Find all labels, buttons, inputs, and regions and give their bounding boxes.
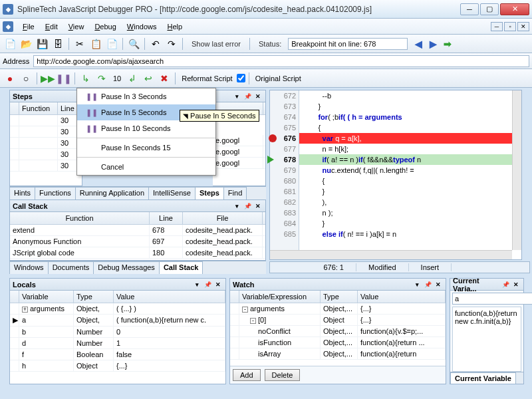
watch-close-icon[interactable]: ✕ bbox=[434, 280, 443, 289]
callstack-col-line[interactable]: Line bbox=[150, 212, 183, 224]
watch-row[interactable]: noConflictObject,...function(a){v.$=p;..… bbox=[230, 326, 446, 337]
step-back-icon[interactable]: ↩ bbox=[141, 71, 156, 86]
watch-row[interactable]: -[0]Object{...} bbox=[230, 315, 446, 326]
pause-icon[interactable]: ❚❚ bbox=[57, 71, 71, 86]
tree-expander-icon[interactable]: - bbox=[250, 318, 256, 324]
tab-windows[interactable]: Windows bbox=[9, 261, 49, 274]
currentvar-name-input[interactable] bbox=[452, 293, 532, 305]
breakpoint-marker[interactable] bbox=[269, 134, 277, 142]
steps-row[interactable]: 30 bbox=[10, 115, 82, 126]
paste-icon[interactable]: 📄 bbox=[104, 37, 119, 51]
steps-dropdown-icon[interactable]: ▾ bbox=[232, 92, 241, 101]
reformat-script-checkbox[interactable] bbox=[237, 74, 245, 82]
steps-pin-icon[interactable]: 📌 bbox=[243, 92, 252, 101]
record-icon[interactable]: ● bbox=[3, 71, 17, 86]
steps-col-line[interactable]: Line bbox=[58, 102, 78, 114]
show-last-error-button[interactable]: Show last error bbox=[186, 40, 246, 48]
menu-file[interactable]: File bbox=[17, 21, 40, 33]
code-line[interactable]: } bbox=[299, 101, 512, 112]
menu-windows[interactable]: Windows bbox=[122, 21, 162, 33]
code-line[interactable]: if( a! == n )if( f&&n&&typeof n bbox=[299, 154, 512, 165]
steps-row[interactable]: 30 bbox=[10, 160, 82, 172]
menu-view[interactable]: View bbox=[63, 21, 90, 33]
line-number-gutter[interactable]: 6726736746756766776786796806816826836846… bbox=[270, 90, 299, 250]
watch-row[interactable]: isFunctionObject,...function(a){return .… bbox=[230, 337, 446, 348]
steps-file-row[interactable]: e.googl bbox=[213, 158, 265, 169]
minimize-button[interactable]: ─ bbox=[460, 3, 479, 15]
code-line[interactable]: { bbox=[299, 176, 512, 186]
tab-current-variable[interactable]: Current Variable bbox=[450, 372, 516, 384]
currentvar-close-icon[interactable]: ✕ bbox=[511, 280, 521, 289]
currentvar-pin-icon[interactable]: 📌 bbox=[501, 280, 510, 289]
code-line[interactable]: { bbox=[299, 122, 512, 133]
watch-add-button[interactable]: Add bbox=[233, 369, 261, 381]
tree-expander-icon[interactable]: + bbox=[22, 307, 28, 313]
mdi-minimize-button[interactable]: ─ bbox=[491, 22, 503, 31]
callstack-row[interactable]: JScript global code180codesite_head.pack… bbox=[10, 247, 265, 259]
close-button[interactable]: ✕ bbox=[500, 3, 529, 15]
watch-col-type[interactable]: Type bbox=[321, 291, 358, 303]
code-editor[interactable]: 6726736746756766776786796806816826836846… bbox=[269, 90, 522, 260]
redo-icon[interactable]: ↷ bbox=[164, 37, 179, 51]
code-line[interactable]: } bbox=[299, 186, 512, 197]
mdi-restore-button[interactable]: ▫ bbox=[504, 22, 516, 31]
run-icon[interactable]: ▶▶ bbox=[41, 71, 55, 86]
code-line[interactable]: --b bbox=[299, 90, 512, 101]
new-icon[interactable]: 📄 bbox=[3, 37, 17, 51]
locals-row[interactable]: dNumber1 bbox=[10, 338, 225, 349]
tab-hints[interactable]: Hints bbox=[9, 187, 35, 200]
callstack-dropdown-icon[interactable]: ▾ bbox=[232, 201, 241, 211]
tree-expander-icon[interactable]: - bbox=[242, 307, 248, 313]
locals-row[interactable]: fBooleanfalse bbox=[10, 349, 225, 360]
pause-menu-item[interactable]: Cancel bbox=[77, 159, 215, 175]
code-line[interactable]: else if( n! == i )a[k] = n bbox=[299, 229, 512, 239]
locals-col-variable[interactable]: Variable bbox=[19, 291, 74, 303]
locals-col-type[interactable]: Type bbox=[74, 291, 114, 303]
code-line[interactable]: } bbox=[299, 218, 512, 229]
mdi-close-button[interactable]: ✕ bbox=[517, 22, 529, 31]
code-line[interactable]: for( ;bif( ( h = arguments bbox=[299, 112, 512, 122]
tab-intellisense[interactable]: IntelliSense bbox=[148, 187, 196, 200]
find-icon[interactable]: 🔍 bbox=[126, 37, 141, 51]
code-line[interactable]: var q = a[k], bbox=[299, 133, 512, 144]
copy-icon[interactable]: 📋 bbox=[88, 37, 103, 51]
open-icon[interactable]: 📂 bbox=[19, 37, 33, 51]
nav-forward-icon[interactable]: ▶ bbox=[426, 38, 440, 50]
locals-pin-icon[interactable]: 📌 bbox=[203, 280, 212, 289]
tab-functions[interactable]: Functions bbox=[35, 187, 76, 200]
app-menu-icon[interactable]: ◆ bbox=[3, 21, 13, 32]
watch-delete-button[interactable]: Delete bbox=[265, 369, 301, 381]
steps-row[interactable]: 30 bbox=[10, 149, 82, 160]
steps-row[interactable]: 30 bbox=[10, 138, 82, 149]
menu-edit[interactable]: Edit bbox=[40, 21, 63, 33]
callstack-col-file[interactable]: File bbox=[183, 212, 263, 224]
watch-row[interactable]: isArrayObject,...function(a){return bbox=[230, 348, 446, 360]
tab-steps[interactable]: Steps bbox=[195, 187, 224, 200]
pause-menu-item[interactable]: ❚❚Pause In 10 Seconds bbox=[77, 120, 215, 136]
watch-pin-icon[interactable]: 📌 bbox=[423, 280, 432, 289]
nav-go-icon[interactable]: ➡ bbox=[441, 38, 454, 50]
nav-back-icon[interactable]: ◀ bbox=[412, 38, 425, 50]
pause-menu-item[interactable]: Pause In Seconds 15 bbox=[77, 140, 215, 156]
cut-icon[interactable]: ✂ bbox=[72, 37, 87, 51]
tab-documents[interactable]: Documents bbox=[48, 261, 94, 274]
steps-row[interactable]: 30 bbox=[10, 126, 82, 138]
steps-col-function[interactable]: Function bbox=[19, 102, 58, 114]
tab-call-stack[interactable]: Call Stack bbox=[159, 261, 203, 274]
code-scrollbar-horizontal[interactable] bbox=[270, 250, 512, 259]
watch-dropdown-icon[interactable]: ▾ bbox=[412, 280, 422, 289]
locals-col-value[interactable]: Value bbox=[114, 291, 225, 303]
original-script-label[interactable]: Original Script bbox=[253, 74, 304, 82]
save-all-icon[interactable]: 🗄 bbox=[51, 37, 65, 51]
steps-file-row[interactable]: e.googl bbox=[213, 135, 265, 146]
steps-file-row[interactable]: e.googl bbox=[213, 146, 265, 158]
step-over-icon[interactable]: ↷ bbox=[94, 71, 109, 86]
code-line[interactable]: n = h[k]; bbox=[299, 144, 512, 154]
code-scrollbar-vertical[interactable] bbox=[512, 90, 521, 250]
address-input[interactable] bbox=[33, 55, 529, 67]
breakpoint-toggle-icon[interactable]: ○ bbox=[19, 71, 33, 86]
callstack-col-function[interactable]: Function bbox=[10, 212, 150, 224]
stop-icon[interactable]: ✖ bbox=[157, 71, 172, 86]
watch-row[interactable]: -argumentsObject,...{...} bbox=[230, 303, 446, 315]
step-out-icon[interactable]: ↲ bbox=[125, 71, 140, 86]
